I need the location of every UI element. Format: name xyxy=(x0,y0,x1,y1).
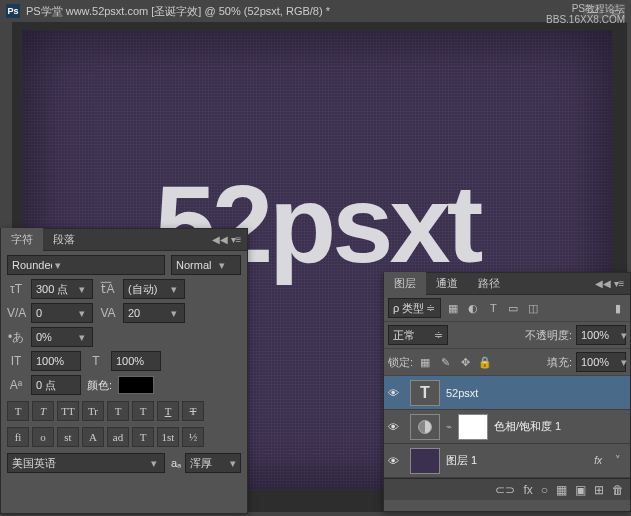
vscale-input[interactable] xyxy=(31,351,81,371)
layer-filter-kind[interactable]: ρ 类型≑ xyxy=(388,298,441,318)
style-italic[interactable]: T xyxy=(32,401,54,421)
layer-fx-icon[interactable]: fx xyxy=(523,483,532,497)
tab-channels[interactable]: 通道 xyxy=(426,272,468,295)
hscale-icon: T xyxy=(87,354,105,368)
vscale-icon: IT xyxy=(7,354,25,368)
lock-pixels-icon[interactable]: ✎ xyxy=(437,354,453,370)
layer-mask-icon[interactable]: ○ xyxy=(541,483,548,497)
document-title: PS学堂 www.52psxt.com [圣诞字效] @ 50% (52psxt… xyxy=(26,4,330,19)
leading-icon: t͞A xyxy=(99,282,117,296)
layer-name[interactable]: 52psxt xyxy=(446,387,626,399)
opentype-buttons: fi o st A ad T 1st ½ xyxy=(7,427,241,447)
ot-titling[interactable]: T xyxy=(132,427,154,447)
link-layers-icon[interactable]: ⊂⊃ xyxy=(495,483,515,497)
tsume-input[interactable]: ▾ xyxy=(31,327,93,347)
blend-mode-select[interactable]: ≑ xyxy=(388,325,448,345)
hscale-input[interactable] xyxy=(111,351,161,371)
language-select[interactable]: ▾ xyxy=(7,453,165,473)
layer-thumbnail-adjustment[interactable] xyxy=(410,414,440,440)
ot-ordinals[interactable]: 1st xyxy=(157,427,179,447)
tracking-icon: VA xyxy=(99,306,117,320)
layer-name[interactable]: 图层 1 xyxy=(446,453,588,468)
character-panel-tabs: 字符 段落 ◀◀ ▾≡ xyxy=(1,229,247,251)
font-size-input[interactable]: ▾ xyxy=(31,279,93,299)
style-superscript[interactable]: T xyxy=(107,401,129,421)
ot-swash[interactable]: A xyxy=(82,427,104,447)
tab-paths[interactable]: 路径 xyxy=(468,272,510,295)
opacity-input[interactable]: ▾ xyxy=(576,325,626,345)
leading-input[interactable]: ▾ xyxy=(123,279,185,299)
visibility-toggle[interactable]: 👁 xyxy=(388,455,404,467)
panel-collapse-icon[interactable]: ◀◀ xyxy=(596,277,610,291)
color-label: 颜色: xyxy=(87,378,112,393)
tab-layers[interactable]: 图层 xyxy=(384,272,426,295)
style-smallcaps[interactable]: Tr xyxy=(82,401,104,421)
fill-input[interactable]: ▾ xyxy=(576,352,626,372)
layers-panel: 图层 通道 路径 ◀◀ ▾≡ ρ 类型≑ ▦ ◐ T ▭ ◫ ▮ ≑ 不透明度:… xyxy=(383,272,631,512)
style-allcaps[interactable]: TT xyxy=(57,401,79,421)
layers-panel-tabs: 图层 通道 路径 ◀◀ ▾≡ xyxy=(384,273,630,295)
tab-character[interactable]: 字符 xyxy=(1,228,43,251)
ps-app-icon: Ps xyxy=(6,4,20,18)
style-subscript[interactable]: T xyxy=(132,401,154,421)
antialias-label: aₐ xyxy=(171,457,181,470)
layers-panel-footer: ⊂⊃ fx ○ ▦ ▣ ⊞ 🗑 xyxy=(384,478,630,500)
layer-item[interactable]: 👁 图层 1 fx ˅ xyxy=(384,444,630,478)
fx-expand-icon[interactable]: ˅ xyxy=(610,453,626,469)
new-layer-icon[interactable]: ⊞ xyxy=(594,483,604,497)
panel-menu-icon[interactable]: ▾≡ xyxy=(612,277,626,291)
panel-collapse-icon[interactable]: ◀◀ xyxy=(213,233,227,247)
delete-layer-icon[interactable]: 🗑 xyxy=(612,483,624,497)
filter-shape-icon[interactable]: ▭ xyxy=(505,300,521,316)
style-underline[interactable]: T xyxy=(157,401,179,421)
opacity-label: 不透明度: xyxy=(525,328,572,343)
type-style-buttons: T T TT Tr T T T T xyxy=(7,401,241,421)
link-icon: ⌁ xyxy=(446,421,452,432)
tsume-icon: •あ xyxy=(7,329,25,346)
filter-adjust-icon[interactable]: ◐ xyxy=(465,300,481,316)
adjustment-layer-icon[interactable]: ▦ xyxy=(556,483,567,497)
style-strike[interactable]: T xyxy=(182,401,204,421)
baseline-shift-icon: Aª xyxy=(7,378,25,392)
font-family-select[interactable]: ▾ xyxy=(7,255,165,275)
lock-all-icon[interactable]: 🔒 xyxy=(477,354,493,370)
layer-mask-thumbnail[interactable] xyxy=(458,414,488,440)
layer-item[interactable]: 👁 ⌁ 色相/饱和度 1 xyxy=(384,410,630,444)
ot-stylistic[interactable]: ad xyxy=(107,427,129,447)
filter-type-icon[interactable]: T xyxy=(485,300,501,316)
tab-paragraph[interactable]: 段落 xyxy=(43,228,85,251)
title-bar: Ps PS学堂 www.52psxt.com [圣诞字效] @ 50% (52p… xyxy=(0,0,631,22)
tracking-input[interactable]: ▾ xyxy=(123,303,185,323)
filter-pixel-icon[interactable]: ▦ xyxy=(445,300,461,316)
font-size-icon: τT xyxy=(7,282,25,296)
ot-ligatures[interactable]: fi xyxy=(7,427,29,447)
layer-thumbnail[interactable] xyxy=(410,448,440,474)
panel-menu-icon[interactable]: ▾≡ xyxy=(229,233,243,247)
lock-position-icon[interactable]: ✥ xyxy=(457,354,473,370)
text-color-swatch[interactable] xyxy=(118,376,154,394)
layer-item[interactable]: 👁 T 52psxt xyxy=(384,376,630,410)
kerning-icon: V/A xyxy=(7,306,25,320)
filter-toggle[interactable]: ▮ xyxy=(610,300,626,316)
ot-contextual[interactable]: o xyxy=(32,427,54,447)
layer-thumbnail-type[interactable]: T xyxy=(410,380,440,406)
lock-trans-icon[interactable]: ▦ xyxy=(417,354,433,370)
character-panel: 字符 段落 ◀◀ ▾≡ ▾ ▾ τT ▾ t͞A ▾ V/A ▾ VA ▾ •あ… xyxy=(0,228,248,514)
antialias-select[interactable]: ▾ xyxy=(185,453,241,473)
baseline-shift-input[interactable] xyxy=(31,375,81,395)
layer-list: 👁 T 52psxt 👁 ⌁ 色相/饱和度 1 👁 图层 1 fx ˅ xyxy=(384,376,630,478)
filter-smart-icon[interactable]: ◫ xyxy=(525,300,541,316)
ot-fractions[interactable]: ½ xyxy=(182,427,204,447)
kerning-input[interactable]: ▾ xyxy=(31,303,93,323)
group-icon[interactable]: ▣ xyxy=(575,483,586,497)
fill-label: 填充: xyxy=(547,355,572,370)
visibility-toggle[interactable]: 👁 xyxy=(388,421,404,433)
layer-name[interactable]: 色相/饱和度 1 xyxy=(494,419,626,434)
font-style-select[interactable]: ▾ xyxy=(171,255,241,275)
fx-badge[interactable]: fx xyxy=(594,455,602,466)
lock-label: 锁定: xyxy=(388,355,413,370)
style-bold[interactable]: T xyxy=(7,401,29,421)
ot-discretionary[interactable]: st xyxy=(57,427,79,447)
visibility-toggle[interactable]: 👁 xyxy=(388,387,404,399)
watermark: PS教程论坛 BBS.16XX8.COM xyxy=(546,3,625,25)
